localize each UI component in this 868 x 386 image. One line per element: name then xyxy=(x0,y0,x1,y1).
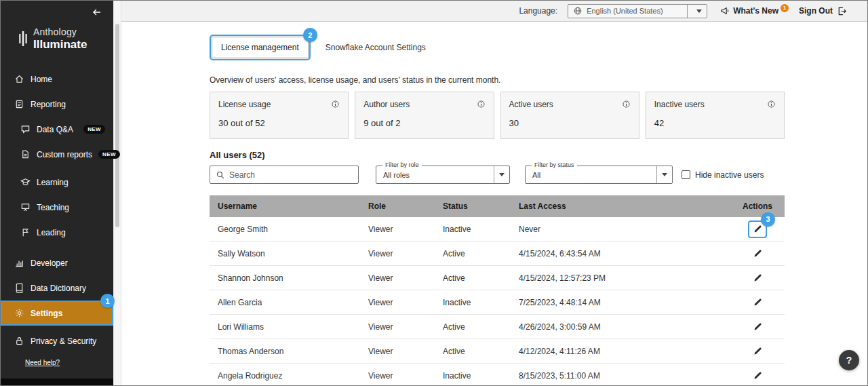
edit-user-button[interactable] xyxy=(748,343,767,360)
cell-username: Sally Watson xyxy=(210,249,360,258)
sidebar-item-custom-reports[interactable]: Custom reportsNEW xyxy=(1,142,113,167)
cell-status: Inactive xyxy=(435,298,511,307)
edit-user-button[interactable] xyxy=(748,294,767,311)
whats-new-label: What's New xyxy=(733,6,778,16)
cell-last-access: 7/25/2023, 4:48:14 AM xyxy=(511,298,730,307)
help-button[interactable]: ? xyxy=(839,350,859,370)
whats-new-button[interactable]: What's New 1 xyxy=(720,6,789,16)
table-row: Allen GarciaViewerInactive7/25/2023, 4:4… xyxy=(210,290,785,315)
sidebar-footer xyxy=(1,379,113,385)
tab-snowflake-account-settings[interactable]: Snowflake Account Settings xyxy=(326,43,426,52)
sidebar-item-learning[interactable]: Learning xyxy=(1,170,113,195)
new-badge: NEW xyxy=(98,150,120,159)
cell-role: Viewer xyxy=(360,322,435,332)
users-table: Username Role Status Last Access Actions… xyxy=(210,195,785,386)
callout-3: 3 xyxy=(761,212,775,227)
stat-value: 30 xyxy=(509,118,631,128)
search-box[interactable] xyxy=(210,166,359,184)
hide-inactive-users-toggle[interactable]: Hide inactive users xyxy=(682,170,764,180)
topbar: Language: English (United States) What's… xyxy=(121,1,867,22)
cell-last-access: 4/15/2024, 12:57:23 PM xyxy=(511,273,730,283)
search-input[interactable] xyxy=(229,170,353,180)
sidebar-item-home[interactable]: Home xyxy=(1,66,113,92)
language-value: English (United States) xyxy=(587,7,683,15)
anthology-logo-icon xyxy=(18,28,28,49)
cell-actions xyxy=(730,318,785,336)
teaching-icon xyxy=(20,202,31,212)
users-table-body: George SmithViewerInactiveNever3Sally Wa… xyxy=(210,217,785,386)
edit-user-button[interactable] xyxy=(748,318,767,336)
edit-user-button[interactable] xyxy=(748,245,767,263)
sidebar-item-label: Learning xyxy=(37,178,68,187)
sidebar-item-leading[interactable]: Leading xyxy=(1,220,113,245)
caret-down-icon xyxy=(499,173,505,176)
table-row: Lori WilliamsViewerActive4/26/2024, 3:00… xyxy=(210,315,785,339)
page-description: Overview of users' access, license usage… xyxy=(210,75,785,85)
chat-icon xyxy=(20,124,31,134)
app-window: Anthology Illuminate HomeReportingData Q… xyxy=(0,0,868,386)
scrollbar-thumb[interactable] xyxy=(115,24,119,227)
info-icon[interactable] xyxy=(331,100,340,109)
sidebar-item-label: Developer xyxy=(31,258,68,268)
new-badge: NEW xyxy=(83,125,105,134)
sidebar-item-developer[interactable]: Developer xyxy=(1,250,113,275)
stat-label: Active users xyxy=(509,100,553,109)
sidebar-item-label: Leading xyxy=(37,228,66,237)
stat-card-license-usage: License usage30 out of 52 xyxy=(210,92,349,139)
sidebar-item-label: Custom reports xyxy=(37,150,92,159)
callout-1: 1 xyxy=(100,294,115,308)
sign-out-button[interactable]: Sign Out xyxy=(799,6,847,16)
info-icon[interactable] xyxy=(477,100,486,109)
cell-last-access: 8/15/2023, 5:11:00 AM xyxy=(511,371,730,381)
leading-icon xyxy=(20,227,31,237)
hide-inactive-checkbox[interactable] xyxy=(682,170,690,179)
filter-by-status-select[interactable]: Filter by status All xyxy=(525,166,673,184)
cell-username: Allen Garcia xyxy=(210,298,360,307)
cell-last-access: 4/12/2024, 4:11:26 AM xyxy=(511,347,730,356)
tab-bar: License management 2 Snowflake Account S… xyxy=(210,35,785,60)
cell-role: Viewer xyxy=(360,347,435,356)
cell-status: Active xyxy=(435,347,511,356)
col-header-last-access: Last Access xyxy=(511,201,730,211)
stat-label: Inactive users xyxy=(654,100,705,109)
sidebar-item-data-q-a[interactable]: Data Q&ANEW xyxy=(1,117,113,142)
pencil-icon xyxy=(753,224,763,234)
settings-page: License management 2 Snowflake Account S… xyxy=(210,22,785,386)
sidebar-item-data-dictionary[interactable]: Data Dictionary xyxy=(1,275,113,301)
reporting-icon xyxy=(14,99,24,109)
pencil-icon xyxy=(753,370,763,381)
stat-card-active-users: Active users30 xyxy=(500,92,639,139)
vertical-scrollbar[interactable] xyxy=(113,1,121,385)
edit-user-button[interactable]: 3 xyxy=(748,220,767,238)
sidebar-nav: HomeReportingData Q&ANEWCustom reportsNE… xyxy=(1,66,113,353)
sidebar-item-settings[interactable]: Settings1 xyxy=(1,301,113,326)
filter-by-role-select[interactable]: Filter by role All roles xyxy=(376,166,510,184)
pencil-icon xyxy=(753,273,763,283)
sidebar-item-reporting[interactable]: Reporting xyxy=(1,92,113,117)
collapse-sidebar-icon[interactable] xyxy=(92,7,102,18)
tab-license-management[interactable]: License management xyxy=(212,37,309,58)
sidebar-item-privacy-security[interactable]: Privacy & Security xyxy=(1,328,113,353)
stat-label: License usage xyxy=(218,100,271,109)
lock-icon xyxy=(14,336,24,346)
stat-value: 30 out of 52 xyxy=(218,118,340,128)
sidebar-item-label: Settings xyxy=(31,309,62,318)
pencil-icon xyxy=(753,346,763,356)
caret-down-icon xyxy=(662,173,667,176)
info-icon[interactable] xyxy=(622,100,631,109)
sidebar-item-teaching[interactable]: Teaching xyxy=(1,195,113,220)
caret-down-icon xyxy=(696,9,702,13)
callout-2: 2 xyxy=(303,28,317,42)
info-icon[interactable] xyxy=(767,100,776,109)
dictionary-icon xyxy=(14,283,24,293)
select-divider xyxy=(656,166,657,183)
all-users-heading: All users (52) xyxy=(210,150,785,160)
need-help-link[interactable]: Need help? xyxy=(25,359,60,366)
cell-username: Thomas Anderson xyxy=(210,347,360,356)
cell-role: Viewer xyxy=(360,273,435,283)
cell-actions: 3 xyxy=(730,220,785,238)
language-select[interactable]: English (United States) xyxy=(568,4,707,18)
edit-user-button[interactable] xyxy=(748,269,767,287)
edit-user-button[interactable] xyxy=(748,367,767,385)
sidebar-item-label: Teaching xyxy=(37,203,69,212)
